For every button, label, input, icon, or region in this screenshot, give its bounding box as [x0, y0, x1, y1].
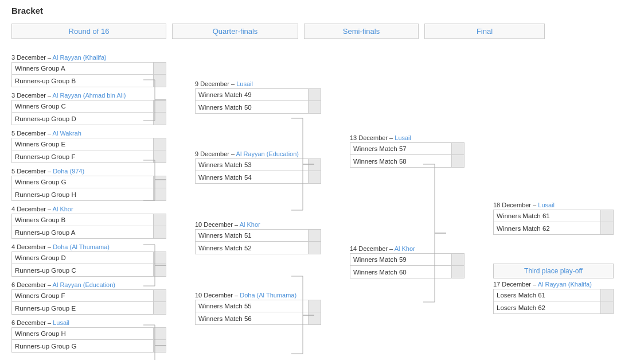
r16-group3: 5 December – Al Wakrah Winners Group E R… — [11, 130, 166, 163]
qf4-link[interactable]: Doha (Al Thumama) — [240, 292, 296, 299]
r16-g8-t1: Winners Group H — [11, 327, 166, 340]
sf2-m2: Winners Match 60 — [350, 266, 465, 278]
qf4-m1: Winners Match 55 — [195, 300, 321, 312]
header-qf: Quarter-finals — [172, 24, 298, 39]
r16-group5: 4 December – Al Khor Winners Group B Run… — [11, 206, 166, 239]
qf4-m1-score — [308, 300, 321, 312]
r16-g5-t1-score — [153, 214, 166, 226]
sf1-date: 13 December – Lusail — [350, 134, 465, 141]
r16-g1-t1-score — [153, 63, 166, 74]
r16-g6-date: 4 December – Doha (Al Thumama) — [11, 243, 166, 250]
r16-g5-t2: Runners-up Group A — [11, 226, 166, 239]
col-r16: 3 December – Al Rayyan (Khalifa) Winners… — [11, 49, 166, 355]
sf2-link[interactable]: Al Khor — [395, 245, 415, 252]
qf4-m2-score — [308, 312, 321, 324]
sf1-link[interactable]: Lusail — [395, 134, 411, 141]
sf2-m1: Winners Match 59 — [350, 253, 465, 266]
sf1-m2: Winners Match 58 — [350, 155, 465, 168]
qf1-m1: Winners Match 49 — [195, 88, 321, 101]
r16-g8-t1-score — [153, 328, 166, 339]
qf1-date: 9 December – Lusail — [195, 80, 321, 87]
final-m1-score — [600, 210, 613, 222]
qf2-m1: Winners Match 53 — [195, 158, 321, 171]
r16-g1-link[interactable]: Al Rayyan (Khalifa) — [53, 54, 107, 61]
third-m2: Losers Match 62 — [493, 301, 614, 314]
final-date: 18 December – Lusail — [493, 202, 614, 208]
qf3-link[interactable]: Al Khor — [240, 221, 260, 228]
qf3-date: 10 December – Al Khor — [195, 221, 321, 228]
r16-g2-t1-score — [153, 100, 166, 112]
qf2-m2: Winners Match 54 — [195, 171, 321, 184]
r16-g5-t2-score — [153, 226, 166, 238]
qf1-m2: Winners Match 50 — [195, 101, 321, 114]
r16-g6-t2-score — [153, 264, 166, 276]
r16-g2-t1: Winners Group C — [11, 100, 166, 113]
third-place-group: Third place play-off 17 December – Al Ra… — [493, 264, 614, 314]
r16-g6-link[interactable]: Doha (Al Thumama) — [53, 243, 110, 250]
r16-g7-t2-score — [153, 302, 166, 314]
col-final: 18 December – Lusail Winners Match 61 Wi… — [493, 49, 614, 316]
r16-group7: 6 December – Al Rayyan (Education) Winne… — [11, 281, 166, 315]
header-r16: Round of 16 — [11, 24, 166, 39]
final-m1: Winners Match 61 — [493, 210, 614, 222]
r16-g8-t2-score — [153, 340, 166, 352]
qf3-m2: Winners Match 52 — [195, 242, 321, 254]
r16-g3-t1-score — [153, 138, 166, 150]
third-m1-score — [600, 289, 613, 301]
r16-g5-link[interactable]: Al Khor — [53, 206, 73, 212]
page-title: Bracket — [11, 6, 633, 16]
r16-group1: 3 December – Al Rayyan (Khalifa) Winners… — [11, 54, 166, 87]
qf4-date: 10 December – Doha (Al Thumama) — [195, 292, 321, 299]
r16-g4-t1: Winners Group G — [11, 176, 166, 188]
qf4-m2: Winners Match 56 — [195, 312, 321, 325]
r16-g7-link[interactable]: Al Rayyan (Education) — [53, 281, 115, 288]
r16-g3-t1: Winners Group E — [11, 138, 166, 150]
r16-g1-t2-score — [153, 75, 166, 87]
qf1-m1-score — [308, 89, 321, 100]
r16-g4-t2: Runners-up Group H — [11, 188, 166, 201]
qf-group4: 10 December – Doha (Al Thumama) Winners … — [195, 292, 321, 325]
r16-g6-t1: Winners Group D — [11, 251, 166, 264]
r16-group6: 4 December – Doha (Al Thumama) Winners G… — [11, 243, 166, 277]
qf1-m2-score — [308, 101, 321, 113]
r16-g3-t2: Runners-up Group F — [11, 150, 166, 163]
sf-group2: 14 December – Al Khor Winners Match 59 W… — [350, 245, 465, 278]
col-qf: 9 December – Lusail Winners Match 49 Win… — [195, 49, 321, 327]
qf1-link[interactable]: Lusail — [236, 80, 253, 87]
r16-g8-date: 6 December – Lusail — [11, 319, 166, 326]
final-link[interactable]: Lusail — [538, 202, 555, 208]
r16-g6-t2: Runners-up Group C — [11, 264, 166, 277]
qf3-m1: Winners Match 51 — [195, 229, 321, 242]
qf3-m2-score — [308, 242, 321, 254]
sf2-m2-score — [451, 266, 464, 278]
r16-g3-date: 5 December – Al Wakrah — [11, 130, 166, 137]
r16-g4-t2-score — [153, 188, 166, 200]
r16-g1-t1: Winners Group A — [11, 62, 166, 75]
r16-group8: 6 December – Lusail Winners Group H Runn… — [11, 319, 166, 353]
r16-g4-link[interactable]: Doha (974) — [53, 168, 84, 175]
qf2-date: 9 December – Al Rayyan (Education) — [195, 150, 321, 157]
final-group: 18 December – Lusail Winners Match 61 Wi… — [493, 202, 614, 235]
r16-g7-t2: Runners-up Group E — [11, 302, 166, 315]
r16-g3-link[interactable]: Al Wakrah — [53, 130, 81, 137]
qf2-link[interactable]: Al Rayyan (Education) — [236, 150, 299, 157]
qf2-m1-score — [308, 159, 321, 171]
r16-g6-t1-score — [153, 252, 166, 264]
r16-g8-t2: Runners-up Group G — [11, 340, 166, 353]
r16-g8-link[interactable]: Lusail — [53, 319, 69, 326]
r16-group4: 5 December – Doha (974) Winners Group G … — [11, 168, 166, 201]
r16-g2-link[interactable]: Al Rayyan (Ahmad bin Ali) — [53, 92, 126, 99]
qf-group2: 9 December – Al Rayyan (Education) Winne… — [195, 150, 321, 184]
sf1-m1-score — [451, 143, 464, 154]
third-link[interactable]: Al Rayyan (Khalifa) — [538, 281, 592, 288]
final-m2: Winners Match 62 — [493, 222, 614, 235]
third-m2-score — [600, 301, 613, 313]
r16-g2-t2-score — [153, 113, 166, 125]
header-sf: Semi-finals — [304, 24, 419, 39]
qf3-m1-score — [308, 230, 321, 241]
r16-g5-date: 4 December – Al Khor — [11, 206, 166, 212]
sf2-m1-score — [451, 254, 464, 265]
sf1-m2-score — [451, 155, 464, 167]
r16-g5-t1: Winners Group B — [11, 214, 166, 226]
r16-g4-date: 5 December – Doha (974) — [11, 168, 166, 175]
